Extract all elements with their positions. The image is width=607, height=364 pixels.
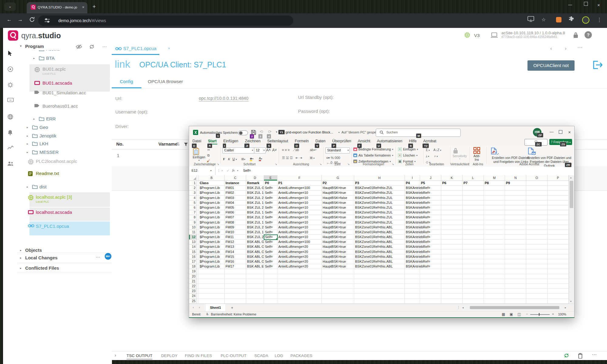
cell-C6[interactable]: FM05 <box>225 205 246 210</box>
clear-button[interactable]: ◇ ▾ <box>426 160 430 164</box>
bottom-tab-scada[interactable]: SCADA <box>254 353 268 358</box>
cell-F18[interactable]: AnteilLuftmenge=20 <box>277 264 322 269</box>
cell-K23[interactable] <box>441 289 463 294</box>
cell-D19[interactable] <box>246 269 264 274</box>
cell-M19[interactable] <box>484 269 505 274</box>
cell-I1[interactable]: P4 <box>405 181 420 186</box>
cell-F15[interactable]: AnteilLuftmenge=20 <box>277 250 322 254</box>
cell-N1[interactable]: P9 <box>505 181 526 186</box>
cell-E11[interactable]: Self= <box>264 230 277 235</box>
cell-M10[interactable] <box>484 225 505 230</box>
cell-B20[interactable] <box>199 274 225 279</box>
cell-L15[interactable] <box>463 250 484 254</box>
cell-O24[interactable] <box>526 294 548 298</box>
cell-B19[interactable] <box>199 269 225 274</box>
cell-B4[interactable]: $Program:Lib <box>199 196 225 201</box>
cell-P10[interactable] <box>548 225 569 230</box>
cell-L11[interactable] <box>463 230 484 235</box>
merge-center-button[interactable]: ⊞ ▾ <box>310 156 314 160</box>
cell-D23[interactable] <box>246 289 264 294</box>
cell-E10[interactable]: Self= <box>264 225 277 230</box>
cell-F23[interactable] <box>277 289 322 294</box>
cell-P12[interactable] <box>548 235 569 240</box>
tree-item-localhost-acplc[interactable]: localhost.acplc [3]Local PLC <box>17 192 112 207</box>
cell-N25[interactable] <box>505 299 526 304</box>
cell-F5[interactable]: AnteilLuftmenge=10 <box>277 201 322 205</box>
cell-B14[interactable]: $Program:Lib <box>199 244 225 249</box>
cell-F3[interactable]: AnteilLuftmenge=10 <box>277 190 322 195</box>
borders-button[interactable]: ⊞▾ <box>241 157 245 161</box>
cell-K12[interactable] <box>441 235 463 240</box>
ribbon-tab-hilfe[interactable]: HilfeB <box>409 139 416 143</box>
row-header-3[interactable]: 3 <box>189 190 197 195</box>
cell-B21[interactable] <box>199 279 225 284</box>
cell-I9[interactable]: BSKAntriebRef= <box>405 220 420 225</box>
cast-icon[interactable] <box>527 16 534 22</box>
hscroll-left-icon[interactable]: ◂ <box>462 306 464 309</box>
delete-cells-button[interactable]: ×Löschen▾ <box>398 153 418 158</box>
cell-B3[interactable]: $Program:Lib <box>199 190 225 195</box>
tree-item-buerohaus01-acc[interactable]: Buerohaus01.acc <box>17 103 112 113</box>
cell-K9[interactable] <box>441 220 463 225</box>
col-varname-header[interactable]: Varname <box>158 141 178 147</box>
row-header-24[interactable]: 24 <box>189 294 197 298</box>
row-header-13[interactable]: 13 <box>189 240 197 244</box>
globe-icon[interactable] <box>7 114 13 120</box>
cell-P4[interactable] <box>548 196 569 201</box>
cell-D13[interactable]: BSK ABL Gesam <box>246 240 264 244</box>
cell-D24[interactable] <box>246 294 264 298</box>
cell-L4[interactable] <box>463 196 484 201</box>
cell-I2[interactable]: BSKAntriebRef= <box>405 186 420 190</box>
cell-B22[interactable] <box>199 284 225 289</box>
cell-I18[interactable]: BSKAntriebRef= <box>405 264 420 269</box>
create-pdf-share-links-button[interactable]: Erstellen von PDF-Dateien und Freigeben … <box>490 147 532 164</box>
browser-tab[interactable]: QYRA.STUDIO - demo.jomco.te × <box>27 2 87 13</box>
new-tab-button[interactable]: + <box>93 4 96 10</box>
cell-L25[interactable] <box>463 299 484 304</box>
cell-G15[interactable]: HauptBSK=true <box>322 250 354 254</box>
cell-L13[interactable] <box>463 240 484 244</box>
nav-prev-icon[interactable]: ‹ <box>550 46 552 52</box>
cell-O13[interactable] <box>526 240 548 244</box>
cell-D14[interactable]: BSK ABL OG4 <box>246 244 264 249</box>
cell-F20[interactable] <box>277 274 322 279</box>
horizontal-align-buttons[interactable]: ☰ ☱ ☲ ⇤ ⇥ <box>282 156 302 160</box>
cell-M21[interactable] <box>484 279 505 284</box>
cell-K17[interactable] <box>441 259 463 264</box>
ribbon-tab-start[interactable]: StartR <box>208 139 216 143</box>
cell-F13[interactable]: AnteilLuftmenge=100 <box>277 240 322 244</box>
fx-icon[interactable]: fx <box>232 168 235 172</box>
cell-O4[interactable] <box>526 196 548 201</box>
cell-M23[interactable] <box>484 289 505 294</box>
cell-K16[interactable] <box>441 254 463 259</box>
cell-B9[interactable]: $Program:Lib <box>199 220 225 225</box>
sort-icon[interactable]: ⇅ <box>176 141 180 147</box>
cell-M18[interactable] <box>484 264 505 269</box>
row-header-4[interactable]: 4 <box>189 196 197 201</box>
cut-button[interactable]: ✂ <box>207 148 210 152</box>
cell-N11[interactable] <box>505 230 526 235</box>
cell-P23[interactable] <box>548 289 569 294</box>
expand-arrow-icon[interactable]: ▸ <box>27 185 28 188</box>
cell-C4[interactable]: FM03 <box>225 196 246 201</box>
tree-item-plc2localhost-acplc[interactable]: PLC2localhost.acplc <box>17 158 112 169</box>
cell-N3[interactable] <box>505 190 526 195</box>
cell-F6[interactable]: AnteilLuftmenge=10 <box>277 205 322 210</box>
cell-O25[interactable] <box>526 299 548 304</box>
cell-M15[interactable] <box>484 250 505 254</box>
cell-M5[interactable] <box>484 201 505 205</box>
cell-P5[interactable] <box>548 201 569 205</box>
cell-N4[interactable] <box>505 196 526 201</box>
bottom-tab-deploy[interactable]: DEPLOY <box>161 353 178 358</box>
help-icon[interactable]: ? <box>585 31 592 39</box>
col-header-M[interactable]: M <box>484 175 505 181</box>
conditional-formatting-button[interactable]: Bedingte Formatierung▾ <box>353 147 393 152</box>
cell-P22[interactable] <box>548 284 569 289</box>
cell-G12[interactable]: HauptBSK=true <box>322 235 354 240</box>
cell-N15[interactable] <box>505 250 526 254</box>
cell-P19[interactable] <box>548 269 569 274</box>
row-header-16[interactable]: 16 <box>189 254 197 259</box>
cell-O15[interactable] <box>526 250 548 254</box>
doc-more-icon[interactable]: ⋯ <box>577 44 583 51</box>
star-icon[interactable]: ☆ <box>541 17 546 22</box>
